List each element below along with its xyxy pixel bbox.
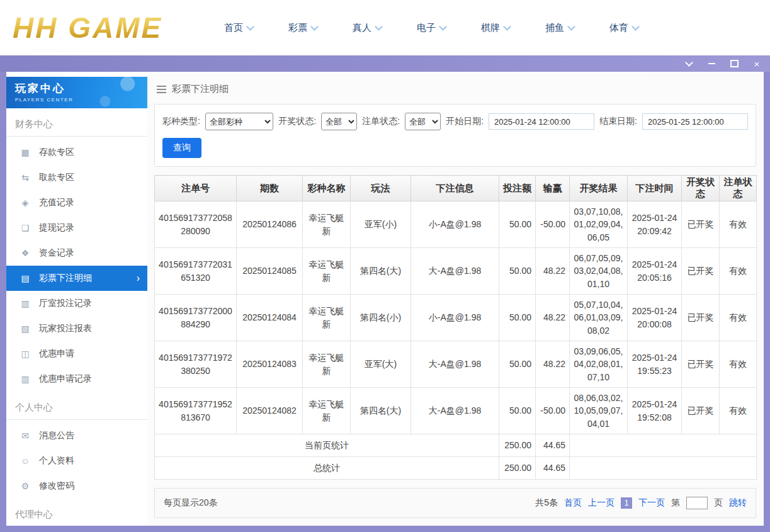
column-header: 输赢: [536, 176, 570, 201]
app-window: HH GAME 首页彩票真人电子棋牌捕鱼体育 × 玩家中心 PLAYERS CE…: [0, 0, 770, 532]
lottery-type-label: 彩种类型:: [162, 116, 200, 127]
jump-page-input[interactable]: [686, 497, 708, 509]
withdraw-icon: ⇆: [20, 173, 30, 183]
cell-bet-no: 401569173772000884290: [155, 295, 237, 341]
filter-row: 彩种类型: 全部彩种 开奖状态: 全部 注单状态: 全部 开始日期: 结束日期:: [162, 113, 748, 130]
window-close-button[interactable]: ×: [751, 58, 762, 69]
page-size-text: 每页显示20条: [164, 497, 218, 509]
cell-period: 20250124085: [237, 248, 303, 295]
column-header: 注单状态: [720, 176, 757, 201]
lottery-type-select[interactable]: 全部彩种: [205, 113, 273, 130]
table-row: 40156917377195281367020250124082幸运飞艇新第四名…: [155, 388, 757, 434]
deposit-icon: ▦: [20, 147, 30, 157]
cell-bet-no: 401569173772031651320: [155, 248, 237, 295]
nav-item-label: 体育: [609, 22, 628, 34]
window-maximize-button[interactable]: [728, 58, 740, 69]
cell-bet-info: 小-A盘@1.98: [411, 201, 499, 248]
cell-bet-no: 401569173772058280090: [155, 201, 237, 248]
start-date-input[interactable]: [489, 113, 594, 130]
sidebar-item[interactable]: ✉消息公告›: [6, 423, 147, 448]
prev-page-link[interactable]: 上一页: [588, 497, 614, 509]
sidebar-item[interactable]: ❖资金记录›: [6, 241, 147, 266]
cell-play: 第四名(小): [351, 295, 411, 341]
nav-item[interactable]: 彩票: [288, 22, 317, 34]
cell-play: 第四名(大): [351, 388, 411, 434]
sidebar-item[interactable]: ▥优惠申请记录›: [6, 366, 147, 392]
sidebar-title: 玩家中心: [15, 81, 139, 96]
cell-winloss: -50.00: [536, 201, 570, 248]
cell-winloss: 48.22: [536, 248, 570, 295]
lottery-bet-detail-icon: ▤: [20, 273, 30, 283]
sidebar-item[interactable]: ⇆取款专区›: [6, 165, 147, 190]
cell-period: 20250124082: [237, 388, 303, 434]
sidebar-item[interactable]: ▤彩票下注明细›: [6, 266, 147, 291]
cell-lottery: 幸运飞艇新: [303, 388, 351, 434]
nav-item-label: 真人: [353, 22, 371, 34]
sidebar-item[interactable]: ◫优惠申请›: [6, 341, 147, 366]
sidebar: 玩家中心 PLAYERS CENTER 财务中心▦存款专区›⇆取款专区›◈充值记…: [6, 72, 147, 526]
column-header: 注单号: [155, 176, 237, 201]
nav-item[interactable]: 电子: [417, 22, 446, 34]
cell-bet-info: 小-A盘@1.98: [411, 295, 499, 341]
table-row: 40156917377197238025020250124083幸运飞艇新亚军(…: [155, 341, 757, 388]
bet-table: 注单号期数彩种名称玩法下注信息投注额输赢开奖结果下注时间开奖状态注单状态 401…: [154, 175, 757, 480]
nav-item-label: 电子: [417, 22, 436, 34]
query-button[interactable]: 查询: [162, 138, 201, 158]
nav-item[interactable]: 首页: [224, 22, 253, 34]
sidebar-item-label: 存款专区: [39, 147, 74, 158]
menu-icon[interactable]: [157, 84, 166, 95]
order-status-select[interactable]: 全部: [405, 113, 441, 130]
sidebar-item[interactable]: ▦存款专区›: [6, 140, 147, 165]
funds-record-icon: ❖: [20, 248, 30, 258]
chevron-down-icon: [310, 23, 319, 31]
window-collapse-button[interactable]: [683, 58, 694, 69]
cell-order-status: 有效: [720, 248, 757, 295]
sidebar-section-title: 财务中心: [6, 108, 147, 137]
password-icon: ⚙: [20, 481, 30, 491]
sidebar-item[interactable]: ◈充值记录›: [6, 190, 147, 215]
sidebar-item-label: 消息公告: [39, 430, 74, 441]
nav-item[interactable]: 真人: [353, 22, 382, 34]
nav-item[interactable]: 棋牌: [481, 22, 510, 34]
player-bet-report-icon: ▧: [20, 324, 30, 334]
jump-label-before: 第: [671, 497, 680, 509]
nav-item[interactable]: 捕鱼: [545, 22, 574, 34]
cell-result: 05,07,10,04,06,01,03,09,08,02: [570, 295, 628, 341]
pagination-controls: 共5条 首页 上一页 1 下一页 第 页 跳转: [535, 497, 747, 509]
table-row: 40156917377200088429020250124084幸运飞艇新第四名…: [155, 295, 757, 341]
cell-winloss: 48.22: [536, 341, 570, 388]
recharge-record-icon: ◈: [20, 198, 30, 208]
nav-item-label: 首页: [224, 22, 243, 34]
breadcrumb: 彩票下注明细: [157, 83, 756, 95]
sidebar-item[interactable]: ▥厅室投注记录›: [6, 291, 147, 316]
minimize-icon: [708, 63, 715, 64]
profile-icon: ☺: [20, 456, 30, 466]
cell-lottery: 幸运飞艇新: [303, 341, 351, 388]
sidebar-item-label: 优惠申请记录: [39, 373, 92, 385]
nav-item[interactable]: 体育: [609, 22, 638, 34]
total-summary-label: 总统计: [155, 457, 499, 480]
bet-table-body: 40156917377205828009020250124086幸运飞艇新亚军(…: [155, 201, 757, 434]
window-minimize-button[interactable]: [706, 58, 717, 69]
cell-draw-status: 已开奖: [682, 295, 720, 341]
cell-order-status: 有效: [720, 341, 757, 388]
sidebar-item[interactable]: ▧玩家投注报表›: [6, 316, 147, 341]
draw-status-select[interactable]: 全部: [321, 113, 357, 130]
cell-bet-info: 大-A盘@1.98: [411, 341, 499, 388]
page-title: 彩票下注明细: [172, 83, 229, 95]
nav-item-label: 彩票: [288, 22, 307, 34]
first-page-link[interactable]: 首页: [564, 497, 582, 509]
next-page-link[interactable]: 下一页: [638, 497, 665, 509]
chevron-down-icon: [631, 23, 640, 31]
jump-button[interactable]: 跳转: [729, 497, 747, 509]
brand-logo[interactable]: HH GAME: [13, 11, 201, 45]
sidebar-item[interactable]: ❏提现记录›: [6, 215, 147, 241]
sidebar-item[interactable]: ⚙修改密码›: [6, 473, 147, 499]
table-row: 40156917377203165132020250124085幸运飞艇新第四名…: [155, 248, 757, 295]
sidebar-item[interactable]: ☺个人资料›: [6, 448, 147, 473]
cell-bet-info: 大-A盘@1.98: [411, 248, 499, 295]
sidebar-section-title: 代理中心: [6, 499, 147, 526]
chevron-down-icon: [685, 59, 693, 67]
end-date-input[interactable]: [642, 113, 748, 130]
column-header: 玩法: [351, 176, 411, 201]
